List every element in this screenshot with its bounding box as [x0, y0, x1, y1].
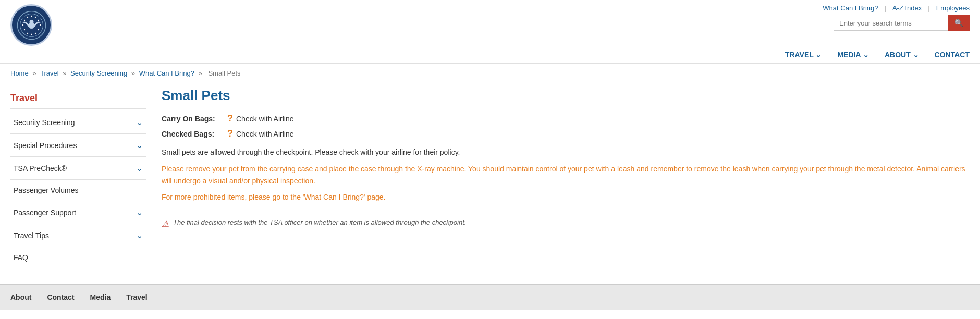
site-header: What Can I Bring? | A-Z Index | Employee…	[0, 0, 980, 46]
carry-on-row: Carry On Bags: ? Check with Airline	[162, 113, 970, 124]
sidebar-item-special-procedures[interactable]: Special Procedures ⌄	[10, 134, 146, 157]
search-bar: 🔍	[834, 15, 970, 31]
carry-on-label: Carry On Bags:	[162, 115, 224, 123]
search-input[interactable]	[834, 16, 948, 31]
svg-point-8	[38, 29, 39, 30]
checked-bags-value: Check with Airline	[236, 130, 294, 138]
sidebar-label: Travel Tips	[14, 231, 49, 240]
chevron-down-icon: ⌄	[136, 117, 143, 127]
sidebar-item-travel-tips[interactable]: Travel Tips ⌄	[10, 224, 146, 247]
carry-on-value: Check with Airline	[236, 115, 294, 123]
main-description: Small pets are allowed through the check…	[162, 146, 970, 158]
tsa-logo	[10, 4, 52, 46]
svg-point-9	[34, 32, 35, 33]
svg-point-11	[27, 32, 28, 33]
checked-bags-question-icon: ?	[227, 128, 233, 139]
breadcrumb-what-can-i-bring[interactable]: What Can I Bring?	[139, 69, 194, 77]
logo-area	[10, 4, 52, 46]
footer-link-about[interactable]: About	[10, 293, 31, 301]
sidebar-item-faq[interactable]: FAQ	[10, 247, 146, 268]
breadcrumb-travel[interactable]: Travel	[40, 69, 59, 77]
breadcrumb-current: Small Pets	[208, 69, 240, 77]
svg-point-5	[34, 16, 35, 17]
sidebar-label: Security Screening	[14, 118, 75, 127]
sidebar-label: Special Procedures	[14, 141, 77, 150]
page-title: Small Pets	[162, 88, 970, 104]
sidebar: Travel Security Screening ⌄ Special Proc…	[10, 88, 146, 268]
sidebar-label: Passenger Support	[14, 208, 76, 217]
svg-point-13	[22, 24, 23, 25]
header-top-links: What Can I Bring? | A-Z Index | Employee…	[823, 4, 970, 12]
sidebar-title: Travel	[10, 88, 146, 109]
site-footer: About Contact Media Travel	[0, 284, 980, 310]
nav-travel[interactable]: TRAVEL ⌄	[785, 51, 822, 59]
disclaimer-text: The final decision rests with the TSA of…	[173, 218, 466, 226]
svg-point-15	[27, 16, 28, 17]
chevron-down-icon: ⌄	[136, 140, 143, 150]
nav-contact[interactable]: CONTACT	[935, 51, 970, 59]
svg-point-7	[39, 24, 40, 25]
logo-icon	[13, 7, 50, 43]
chevron-down-icon: ⌄	[136, 163, 143, 173]
checked-bags-label: Checked Bags:	[162, 130, 224, 138]
sidebar-item-security-screening[interactable]: Security Screening ⌄	[10, 111, 146, 134]
disclaimer: ⚠ The final decision rests with the TSA …	[162, 218, 970, 229]
sidebar-item-tsa-precheck[interactable]: TSA PreCheck® ⌄	[10, 157, 146, 180]
sidebar-label: FAQ	[14, 253, 28, 262]
svg-point-12	[23, 29, 24, 30]
main-layout: Travel Security Screening ⌄ Special Proc…	[0, 82, 980, 284]
svg-point-4	[31, 15, 32, 16]
svg-point-10	[31, 33, 32, 34]
what-can-i-bring-link[interactable]: What Can I Bring?	[823, 4, 878, 12]
nav-about[interactable]: ABOUT ⌄	[885, 51, 919, 59]
footer-link-contact[interactable]: Contact	[47, 293, 74, 301]
breadcrumb-home[interactable]: Home	[10, 69, 29, 77]
sidebar-item-passenger-support[interactable]: Passenger Support ⌄	[10, 201, 146, 224]
footer-link-media[interactable]: Media	[90, 293, 111, 301]
svg-point-14	[23, 19, 24, 20]
nav-media[interactable]: MEDIA ⌄	[837, 51, 868, 59]
carry-on-question-icon: ?	[227, 113, 233, 124]
sidebar-label: Passenger Volumes	[14, 186, 79, 194]
breadcrumb-security-screening[interactable]: Security Screening	[70, 69, 127, 77]
chevron-down-icon: ⌄	[136, 230, 143, 240]
chevron-down-icon: ⌄	[136, 207, 143, 217]
warning-text: Please remove your pet from the carrying…	[162, 163, 970, 187]
svg-point-3	[29, 20, 33, 24]
search-button[interactable]: 🔍	[948, 15, 970, 31]
svg-point-6	[38, 19, 39, 20]
more-prohibited-link[interactable]: For more prohibited items, please go to …	[162, 193, 970, 201]
checked-bags-row: Checked Bags: ? Check with Airline	[162, 128, 970, 139]
sidebar-item-passenger-volumes[interactable]: Passenger Volumes	[10, 180, 146, 201]
az-index-link[interactable]: A-Z Index	[892, 4, 922, 12]
breadcrumb: Home » Travel » Security Screening » Wha…	[0, 64, 980, 82]
footer-link-travel[interactable]: Travel	[126, 293, 147, 301]
main-nav: TRAVEL ⌄ MEDIA ⌄ ABOUT ⌄ CONTACT	[0, 46, 980, 64]
main-content: Small Pets Carry On Bags: ? Check with A…	[162, 88, 970, 268]
content-divider	[162, 210, 970, 210]
warning-triangle-icon: ⚠	[162, 219, 169, 229]
employees-link[interactable]: Employees	[936, 4, 970, 12]
sidebar-label: TSA PreCheck®	[14, 164, 67, 173]
header-right: What Can I Bring? | A-Z Index | Employee…	[823, 4, 970, 31]
